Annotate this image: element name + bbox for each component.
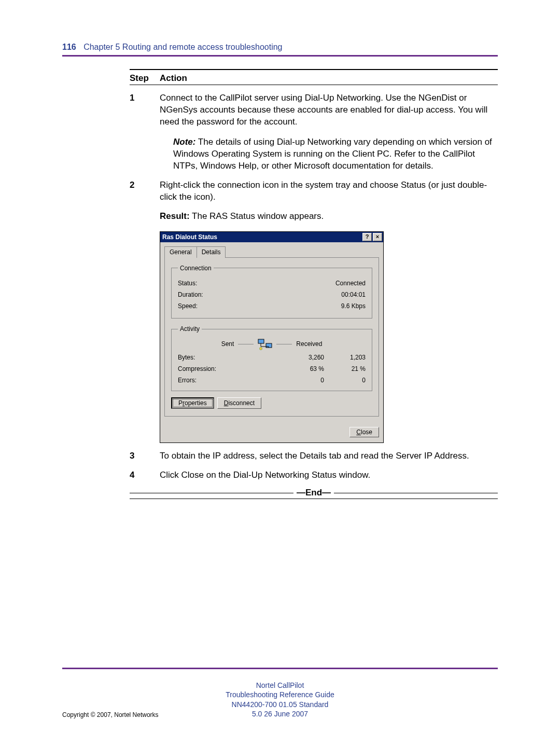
- activity-group: Activity Sent: [171, 325, 372, 391]
- footer-line-3: NN44200-700 01.05 Standard: [62, 700, 498, 709]
- svg-rect-0: [258, 339, 264, 343]
- step-3: 3 To obtain the IP address, select the D…: [130, 450, 498, 462]
- step-1-note: Note: The details of using Dial-up Netwo…: [173, 136, 498, 172]
- header-rule: [62, 55, 498, 57]
- dialog-title: Ras Dialout Status: [162, 233, 362, 241]
- step-2: 2 Right-click the connection icon in the…: [130, 179, 498, 444]
- tab-general[interactable]: General: [164, 246, 197, 257]
- tab-details[interactable]: Details: [197, 246, 226, 257]
- note-label: Note:: [173, 137, 195, 147]
- received-header: Received: [296, 340, 322, 348]
- connection-group: Connection Status:Connected Duration:00:…: [171, 264, 372, 319]
- end-rule-2: [130, 499, 498, 499]
- errors-sent: 0: [283, 376, 324, 384]
- step-3-num: 3: [130, 450, 160, 462]
- copyright: Copyright © 2007, Nortel Networks: [62, 711, 159, 718]
- footer-line-2: Troubleshooting Reference Guide: [62, 690, 498, 699]
- step-1-num: 1: [130, 92, 160, 172]
- tab-strip: General Details: [164, 246, 379, 257]
- compression-received: 21 %: [324, 365, 366, 373]
- sent-header: Sent: [221, 340, 234, 348]
- note-text: The details of using Dial-up Networking …: [173, 137, 492, 171]
- result-text: The RAS Status window appears.: [190, 211, 324, 221]
- errors-label: Errors:: [178, 376, 283, 384]
- step-2-result: Result: The RAS Status window appears.: [160, 211, 498, 223]
- properties-button[interactable]: Properties: [171, 397, 214, 409]
- step-table-header: Step Action: [130, 71, 498, 85]
- chapter-title: Chapter 5 Routing and remote access trou…: [83, 43, 282, 51]
- help-icon[interactable]: ?: [362, 233, 372, 241]
- svg-point-2: [260, 347, 262, 350]
- step-2-num: 2: [130, 179, 160, 444]
- bytes-sent: 3,260: [283, 353, 324, 362]
- connection-legend: Connection: [178, 264, 214, 272]
- status-value: Connected: [335, 279, 366, 287]
- step-1-text: Connect to the CallPilot server using Di…: [160, 92, 498, 128]
- status-label: Status:: [178, 279, 197, 287]
- duration-label: Duration:: [178, 290, 203, 299]
- bytes-received: 1,203: [324, 353, 366, 362]
- dialog-titlebar[interactable]: Ras Dialout Status ? ×: [160, 232, 383, 242]
- end-rule: —End—: [130, 493, 498, 493]
- result-label: Result:: [160, 211, 190, 221]
- ras-status-dialog: Ras Dialout Status ? × General Details: [160, 231, 384, 443]
- col-step: Step: [130, 73, 160, 84]
- step-2-text: Right-click the connection icon in the s…: [160, 179, 498, 203]
- step-4-num: 4: [130, 469, 160, 481]
- end-label: —End—: [293, 488, 334, 498]
- step-table-top-rule: [130, 69, 498, 70]
- compression-sent: 63 %: [283, 365, 324, 373]
- running-header: 116 Chapter 5 Routing and remote access …: [62, 43, 498, 52]
- activity-legend: Activity: [178, 325, 202, 333]
- disconnect-button[interactable]: Disconnect: [217, 397, 261, 409]
- step-3-text: To obtain the IP address, select the Det…: [160, 450, 498, 462]
- tab-panel-general: Connection Status:Connected Duration:00:…: [164, 257, 379, 417]
- step-4: 4 Click Close on the Dial-Up Networking …: [130, 469, 498, 481]
- compression-label: Compression:: [178, 365, 283, 373]
- step-1: 1 Connect to the CallPilot server using …: [130, 92, 498, 172]
- network-icon: [258, 339, 272, 350]
- footer-line-1: Nortel CallPilot: [62, 681, 498, 690]
- body-content: Step Action 1 Connect to the CallPilot s…: [130, 69, 498, 499]
- footer-rule: [62, 668, 498, 669]
- bytes-label: Bytes:: [178, 353, 283, 362]
- col-action: Action: [160, 73, 187, 84]
- duration-value: 00:04:01: [341, 290, 366, 299]
- speed-label: Speed:: [178, 302, 198, 310]
- close-icon[interactable]: ×: [373, 233, 382, 241]
- step-4-text: Click Close on the Dial-Up Networking St…: [160, 469, 498, 481]
- dash-left: [238, 344, 254, 344]
- dash-right: [276, 344, 292, 344]
- speed-value: 9.6 Kbps: [341, 302, 366, 310]
- page-number: 116: [62, 43, 76, 51]
- errors-received: 0: [324, 376, 366, 384]
- close-button[interactable]: Close: [349, 427, 379, 437]
